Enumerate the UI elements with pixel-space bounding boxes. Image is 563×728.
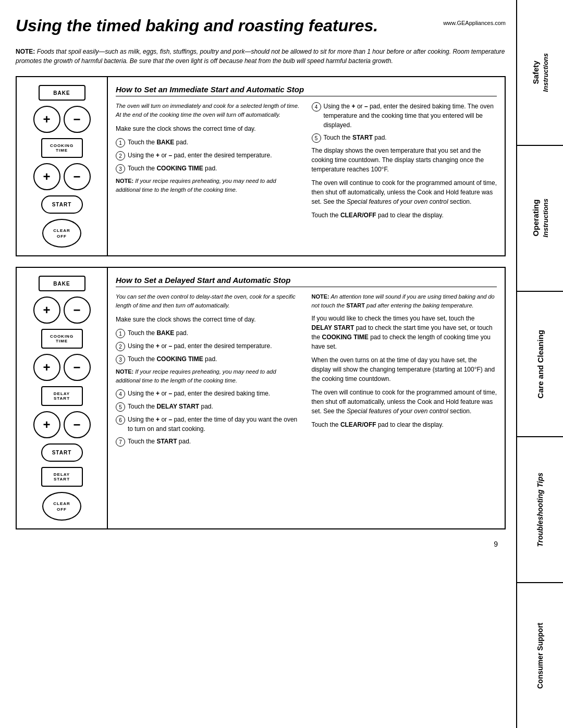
step1-4: 4 Using the + or – pad, enter the desire… [312,102,497,130]
step-num: 5 [116,402,125,412]
step-num: 1 [116,138,125,147]
sidebar-care: Care and Cleaning [517,292,563,438]
oven-panel-1: BAKE + − COOKING TIME + − START [17,77,108,255]
step1-3: 3 Touch the COOKING TIME pad. [116,164,301,174]
minus-btn-1b[interactable]: − [64,163,91,190]
cooking-time-button-2[interactable]: COOKING TIME [41,329,83,349]
sidebar-care-label: Care and Cleaning [536,330,545,399]
step-text: Touch the START pad. [324,133,497,142]
delay-start-button-2[interactable]: DELAY START [41,467,83,487]
minus-btn-2c[interactable]: − [64,411,91,438]
section2-when-oven: When the oven turns on at the time of da… [312,355,497,384]
delay-start-line1-2: DELAY [54,472,70,477]
minus-btn-1[interactable]: − [64,106,91,133]
oven-panel-2: BAKE + − COOKING TIME + − DELAY [17,268,108,528]
start-button-2[interactable]: START [41,443,83,462]
page-number: 9 [16,540,506,548]
sidebar-troubleshooting: Troubleshooting Tips [517,437,563,583]
step-num: 7 [116,437,125,447]
plus-minus-row-1: + − [33,106,91,133]
clear-off-button-2[interactable]: CLEAR OFF [42,492,81,521]
section1-col-left: The oven will turn on immediately and co… [116,102,301,224]
clear-line1-2: CLEAR [53,501,70,507]
minus-btn-2b[interactable]: − [64,354,91,381]
note-content: Foods that spoil easily—such as milk, eg… [16,48,505,65]
section2-clear-text: Touch the CLEAR/OFF pad to clear the dis… [312,420,497,429]
section2-col-right: NOTE: An attention tone will sound if yo… [312,292,497,450]
website-url: www.GEAppliances.com [443,20,506,26]
step2-5: 5 Touch the DELAY START pad. [116,402,301,412]
delay-start-button-1[interactable]: DELAY START [41,386,83,406]
step-text: Touch the START pad. [128,437,301,446]
cooking-time-line1-2: COOKING [50,334,74,339]
bake-button-2[interactable]: BAKE [39,276,85,291]
cooking-time-line1: COOKING [50,143,74,149]
step-num: 3 [116,164,125,174]
cooking-time-line2: TIME [56,148,68,153]
minus-btn-2[interactable]: − [64,297,91,324]
step-text: Touch the COOKING TIME pad. [128,164,301,173]
step1-1: 1 Touch the BAKE pad. [116,138,301,147]
clear-line1: CLEAR [53,228,70,233]
plus-minus-row-2b: + − [33,354,91,381]
step-text: Using the + or – pad, enter the time of … [128,415,301,434]
plus-minus-row-2: + − [33,297,91,324]
plus-btn-2c[interactable]: + [33,411,60,438]
clear-off-button-1[interactable]: CLEAR OFF [42,219,81,248]
bake-button-1[interactable]: BAKE [39,85,85,101]
step-text: Touch the DELAY START pad. [128,402,301,411]
sidebar-safety-text: Safety Instructions [531,53,549,92]
step-num: 2 [116,151,125,161]
cooking-time-button-1[interactable]: COOKING TIME [41,138,83,158]
section1-note-preheat: NOTE: If your recipe requires preheating… [116,177,301,194]
step1-5: 5 Touch the START pad. [312,133,497,143]
step2-3: 3 Touch the COOKING TIME pad. [116,354,301,364]
section2-note-start: NOTE: An attention tone will sound if yo… [312,292,497,310]
sidebar-trouble-label: Troubleshooting Tips [536,473,544,547]
section2-block: BAKE + − COOKING TIME + − DELAY [16,267,506,529]
step-num: 3 [116,355,125,364]
note-label: NOTE: [16,48,35,55]
step-num: 1 [116,329,125,338]
step-num: 2 [116,342,125,351]
step-num: 6 [116,415,125,425]
note-paragraph: NOTE: Foods that spoil easily—such as mi… [16,47,506,66]
start-button-1[interactable]: START [41,195,83,214]
step-num: 4 [312,102,321,112]
sidebar-operating: Operating Instructions [517,146,563,292]
content-area-2: How to Set a Delayed Start and Automatic… [108,268,505,528]
step2-6: 6 Using the + or – pad, enter the time o… [116,415,301,434]
step-text: Touch the BAKE pad. [128,328,301,338]
section2-title: How to Set a Delayed Start and Automatic… [116,276,497,287]
step-num: 4 [116,389,125,399]
cooking-time-line2-2: TIME [56,339,68,344]
plus-btn-2b[interactable]: + [33,354,60,381]
sidebar-operating-text: Operating Instructions [531,199,549,237]
clear-line2-2: OFF [57,507,67,512]
step2-4: 4 Using the + or – pad, enter the desire… [116,389,301,399]
step-text: Using the + or – pad, enter the desired … [324,102,497,130]
plus-btn-2[interactable]: + [33,297,60,324]
section2-intro: You can set the oven control to delay-st… [116,292,301,310]
content-area-1: How to Set an Immediate Start and Automa… [108,77,505,255]
section2-continue-cook: The oven will continue to cook for the p… [312,388,497,416]
right-sidebar: Safety Instructions Operating Instructio… [516,0,563,728]
delay-start-line2-2: START [54,477,70,482]
step-text: Using the + or – pad, enter the desired … [128,151,301,160]
plus-btn-1b[interactable]: + [33,163,60,190]
section2-make-sure: Make sure the clock shows the correct ti… [116,315,301,324]
section1-block: BAKE + − COOKING TIME + − START [16,76,506,256]
sidebar-safety-label: Safety [531,60,540,84]
step-text: Touch the BAKE pad. [128,138,301,147]
plus-minus-row-1b: + − [33,163,91,190]
plus-btn-1[interactable]: + [33,106,60,133]
step2-2: 2 Using the + or – pad, enter the desire… [116,341,301,351]
sidebar-operating-label: Operating [531,200,540,237]
section1-display-text1: The display shows the oven temperature t… [312,146,497,174]
step1-2: 2 Using the + or – pad, enter the desire… [116,151,301,161]
page-title: Using the timed baking and roasting feat… [16,16,378,35]
step-text: Touch the COOKING TIME pad. [128,354,301,364]
step-text: Using the + or – pad, enter the desired … [128,341,301,351]
section1-clear-text: Touch the CLEAR/OFF pad to clear the dis… [312,211,497,220]
section1-title: How to Set an Immediate Start and Automa… [116,85,497,96]
